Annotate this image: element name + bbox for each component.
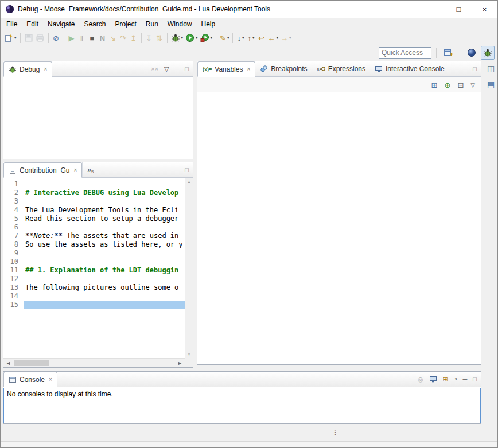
tab-contribution-guide[interactable]: Contribution_Gu × [3,162,82,178]
tab-interactive-console[interactable]: Interactive Console [370,61,449,76]
print-button[interactable] [34,32,46,44]
menu-help[interactable]: Help [197,19,220,29]
variables-minimize-icon[interactable]: ─ [463,65,468,72]
new-button[interactable]: ▾ [3,32,18,44]
editor-minimize-icon[interactable]: ─ [175,166,180,173]
menu-navigate[interactable]: Navigate [43,19,79,29]
menu-run[interactable]: Run [141,19,163,29]
variables-view-menu-icon[interactable]: ▽ [470,82,475,88]
debug-view-maximize-icon[interactable]: □ [185,65,189,72]
close-button[interactable]: × [472,1,497,18]
scroll-down-icon[interactable]: ▼ [188,353,191,356]
next-annotation-dropdown-icon[interactable]: ▾ [242,36,244,40]
menu-file[interactable]: File [2,19,22,29]
tab-variables[interactable]: (x)= Variables × [197,61,255,77]
step-into-button[interactable]: ↘ [108,32,118,44]
external-tools-button[interactable]: ▾ [199,32,214,44]
console-panel: Console × ◎ ⊞ ▾ ─ □ No consoles to displ… [3,371,481,424]
debug-view-menu-icon[interactable]: ▽ [164,65,169,73]
terminate-button[interactable]: ■ [87,32,98,44]
disconnect-button[interactable]: N [98,32,108,44]
menu-edit[interactable]: Edit [22,19,43,29]
tab-console[interactable]: Console × [3,372,57,387]
editor-area[interactable]: 1 2# Interactive DEBUG using Lua Develop… [3,178,185,358]
tab-expressions[interactable]: x= Expressions [312,61,370,76]
scroll-right-icon[interactable]: ► [177,360,182,366]
hidden-editors-count: 5 [91,169,94,174]
back-dropdown-icon[interactable]: ▾ [276,36,278,40]
debug-perspective-button[interactable] [481,46,495,60]
debug-view-panel: Debug × ×× ▽ ─ □ [3,61,193,159]
restore-views-icon[interactable]: ◫ [487,64,495,73]
next-annotation-button[interactable]: ↓ ▾ [235,32,246,44]
variables-maximize-icon[interactable]: □ [473,65,477,72]
open-console-dropdown-icon[interactable]: ▾ [455,377,457,381]
open-perspective-button[interactable] [441,46,455,60]
step-return-button[interactable]: ↥ [129,32,139,44]
mark-occurrences-button[interactable]: ✎ ▾ [219,32,230,44]
console-maximize-icon[interactable]: □ [473,376,477,383]
console-content[interactable]: No consoles to display at this time. [3,388,481,423]
variables-view-content[interactable] [197,92,481,364]
toolbar-separator [141,33,142,43]
ldt-perspective-button[interactable] [465,46,478,60]
line-text [24,223,185,232]
save-button[interactable] [23,32,34,44]
forward-button[interactable]: → ▾ [279,32,293,44]
console-minimize-icon[interactable]: ─ [463,376,468,383]
pin-console-icon[interactable]: ◎ [418,376,423,383]
debug-view-content[interactable] [3,77,193,159]
tab-debug[interactable]: Debug × [3,61,52,77]
external-tools-dropdown-icon[interactable]: ▾ [211,36,213,40]
suspend-button[interactable]: ‖ [77,32,87,44]
menu-project[interactable]: Project [110,19,141,29]
menu-search[interactable]: Search [79,19,110,29]
outline-view-icon[interactable]: ▤ [487,80,495,89]
scroll-left-icon[interactable]: ◄ [6,360,11,366]
back-button[interactable]: ← ▾ [266,32,279,44]
open-console-icon[interactable]: ⊞ [443,376,448,383]
new-dropdown-icon[interactable]: ▾ [14,36,17,40]
editor-maximize-icon[interactable]: □ [185,166,189,173]
quick-access-input[interactable] [379,47,431,59]
tab-breakpoints[interactable]: Breakpoints [255,61,312,76]
debug-dropdown-icon[interactable]: ▾ [181,36,184,40]
remove-all-terminated-icon[interactable]: ×× [151,65,158,72]
debug-button[interactable]: ▾ [170,32,185,44]
drop-to-frame-button[interactable]: ↧ [144,32,154,44]
skip-all-breakpoints-button[interactable]: ⊘ [51,32,61,44]
run-button[interactable]: ▾ [184,32,199,44]
debug-tab-close-icon[interactable]: × [44,66,47,72]
last-edit-location-button[interactable]: ↩ [256,32,266,44]
splitter-handle[interactable]: ⋮ [332,428,339,436]
debug-view-minimize-icon[interactable]: ─ [175,65,180,72]
run-dropdown-icon[interactable]: ▾ [196,36,198,40]
variables-tab-close-icon[interactable]: × [247,66,250,72]
console-tab-label: Console [20,376,45,384]
editor-line: 5Read this section to setup a debugger [3,215,185,223]
previous-annotation-dropdown-icon[interactable]: ▾ [252,36,255,40]
save-icon [24,33,33,42]
menu-window[interactable]: Window [163,19,197,29]
editor-line: 10 [3,258,185,266]
mark-occurrences-dropdown-icon[interactable]: ▾ [227,36,229,40]
previous-annotation-button[interactable]: ↑ ▾ [246,32,256,44]
show-logical-structures-icon[interactable]: ⊕ [444,81,450,89]
scroll-up-icon[interactable]: ▲ [188,180,191,184]
step-over-button[interactable]: ↷ [118,32,129,44]
forward-dropdown-icon[interactable]: ▾ [289,36,291,40]
editor-horizontal-scrollbar[interactable]: ◄ ► [3,358,185,367]
use-step-filters-button[interactable]: ⇅ [154,32,165,44]
collapse-all-icon[interactable]: ⊟ [457,81,464,89]
hidden-editors-chevron[interactable]: » 5 [82,162,98,177]
editor-vertical-scrollbar[interactable]: ▲ ▼ [185,178,193,358]
console-tab-close-icon[interactable]: × [49,376,52,383]
minimize-button[interactable]: – [420,1,446,18]
maximize-button[interactable]: □ [446,1,472,18]
editor-tab-close-icon[interactable]: × [73,167,77,173]
display-selected-console-icon[interactable] [429,375,437,383]
ldt-perspective-icon [467,48,476,57]
resume-button[interactable]: ▶ [67,32,77,44]
show-type-names-icon[interactable]: ⊞ [431,81,438,89]
scrollbar-thumb[interactable] [14,360,49,366]
